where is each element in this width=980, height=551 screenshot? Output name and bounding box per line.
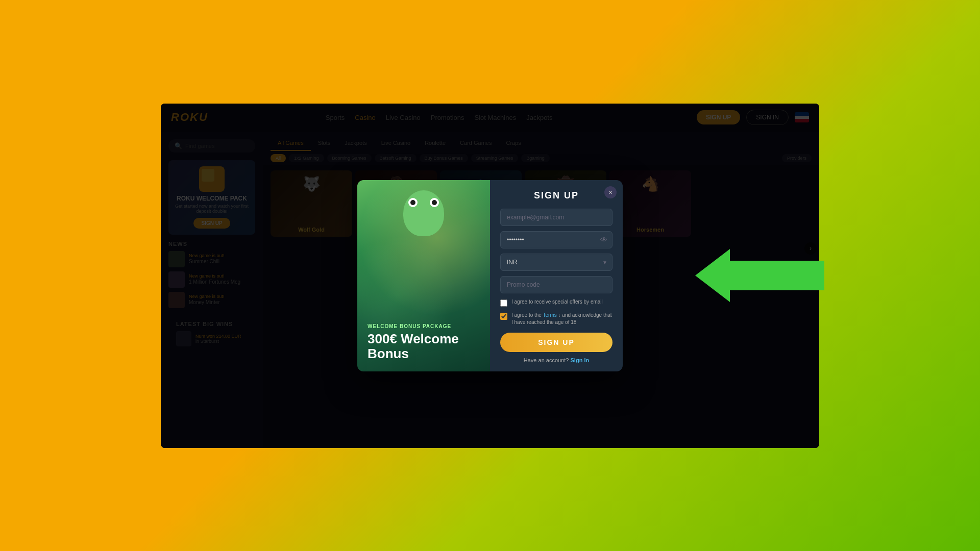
modal-bonus-panel: WELCOME BONUS PACKAGE 300€ Welcome Bonus [357, 180, 490, 371]
modal-bonus-text: WELCOME BONUS PACKAGE 300€ Welcome Bonus [368, 323, 480, 361]
password-input[interactable] [500, 231, 612, 248]
bonus-amount: 300€ Welcome Bonus [368, 332, 480, 361]
green-arrow-indicator [695, 249, 824, 302]
frog-eye-left [408, 198, 418, 207]
modal-title: SIGN UP [500, 190, 612, 201]
frog-decoration [393, 190, 454, 262]
arrow-body [730, 261, 824, 290]
email-input[interactable] [500, 209, 612, 226]
bonus-package-label: WELCOME BONUS PACKAGE [368, 323, 480, 329]
modal-form-panel: SIGN UP 👁 INR USD EUR GBP ▼ [490, 180, 623, 371]
modal-signup-button[interactable]: SIGN UP [500, 333, 612, 352]
frog-eye-right [430, 198, 439, 207]
promo-code-input[interactable] [500, 276, 612, 293]
green-arrow [695, 249, 824, 302]
checkbox-terms-row: I agree to the Terms ↓ and acknowledge t… [500, 312, 612, 326]
arrow-triangle [695, 249, 730, 302]
signin-text: Have an account? [524, 357, 569, 363]
eye-icon[interactable]: 👁 [600, 236, 607, 244]
modal-close-button[interactable]: × [604, 186, 617, 198]
signup-modal: × WELCOME BONUS PACKAGE 300€ Welcome Bon… [357, 180, 623, 371]
password-wrapper: 👁 [500, 231, 612, 248]
signin-prompt: Have an account? Sign In [500, 357, 612, 363]
offers-checkbox[interactable] [500, 299, 507, 307]
offers-checkbox-label: I agree to receive special offers by ema… [511, 298, 603, 306]
signin-link[interactable]: Sign In [571, 357, 590, 363]
terms-checkbox[interactable] [500, 313, 507, 320]
checkbox-offers-row: I agree to receive special offers by ema… [500, 298, 612, 307]
currency-select[interactable]: INR USD EUR GBP [500, 254, 612, 271]
terms-checkbox-label: I agree to the Terms ↓ and acknowledge t… [511, 312, 612, 326]
currency-select-wrapper: INR USD EUR GBP ▼ [500, 254, 612, 271]
terms-link[interactable]: Terms [543, 312, 557, 318]
frog-body [403, 190, 444, 236]
